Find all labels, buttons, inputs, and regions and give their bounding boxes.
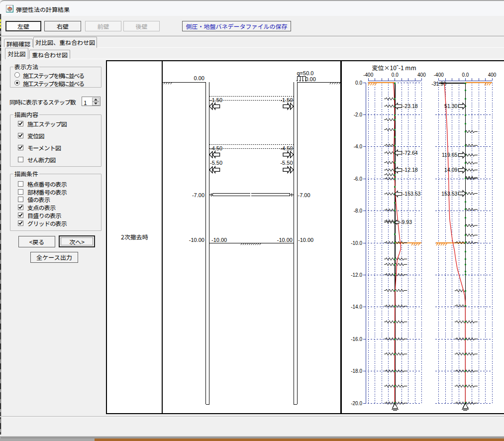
- svg-text:-9.93: -9.93: [400, 219, 412, 225]
- svg-text:-4.0: -4.0: [354, 144, 363, 149]
- svg-text:-10.00: -10.00: [211, 237, 227, 243]
- svg-text:-7.00: -7.00: [298, 192, 310, 198]
- svg-text:400: 400: [417, 72, 426, 78]
- svg-text:-18.0: -18.0: [351, 368, 362, 374]
- svg-text:-400: -400: [363, 72, 373, 78]
- svg-text:119.65: 119.65: [442, 152, 457, 158]
- svg-text:-1.50: -1.50: [210, 97, 222, 103]
- svg-text:q=50.0: q=50.0: [297, 70, 314, 76]
- svg-text:-14.0: -14.0: [351, 304, 362, 310]
- svg-text:-1.50: -1.50: [280, 97, 293, 103]
- svg-text:-10.00: -10.00: [277, 237, 293, 243]
- svg-text:0.00: 0.00: [194, 75, 204, 81]
- svg-text:153.53: 153.53: [441, 191, 457, 197]
- svg-text:-153.53: -153.53: [403, 191, 421, 197]
- svg-text:0.0: 0.0: [392, 72, 399, 78]
- svg-text:-23.18: -23.18: [403, 103, 418, 109]
- svg-text:51.30: 51.30: [444, 103, 457, 109]
- svg-text:-5.50: -5.50: [210, 160, 222, 166]
- svg-text:-10.0: -10.0: [351, 240, 362, 246]
- svg-text:2次撤去時: 2次撤去時: [121, 232, 148, 241]
- svg-text:変位×10ˆ-1 mm: 変位×10ˆ-1 mm: [372, 63, 416, 72]
- svg-text:-8.0: -8.0: [354, 208, 363, 214]
- svg-text:0.0: 0.0: [355, 80, 362, 86]
- svg-text:-400: -400: [434, 72, 444, 78]
- svg-text:-5.50: -5.50: [280, 160, 293, 166]
- svg-text:-4.50: -4.50: [280, 145, 293, 151]
- svg-text:-6.0: -6.0: [354, 176, 363, 182]
- svg-text:-72.64: -72.64: [403, 150, 418, 156]
- svg-text:14.09: 14.09: [444, 167, 457, 173]
- svg-text:-12.0: -12.0: [351, 272, 362, 278]
- svg-text:-4.50: -4.50: [210, 145, 222, 151]
- svg-text:-10.00: -10.00: [298, 237, 313, 243]
- svg-text:400: 400: [488, 72, 497, 78]
- svg-text:-20.0: -20.0: [351, 401, 362, 406]
- svg-text:-2.0: -2.0: [354, 112, 363, 117]
- svg-text:0.00: 0.00: [305, 76, 315, 82]
- svg-text:-10.00: -10.00: [189, 237, 204, 243]
- svg-text:0.0: 0.0: [462, 72, 469, 78]
- svg-text:-16.0: -16.0: [351, 336, 362, 342]
- svg-text:-7.00: -7.00: [192, 192, 204, 198]
- svg-text:-12.18: -12.18: [403, 167, 418, 173]
